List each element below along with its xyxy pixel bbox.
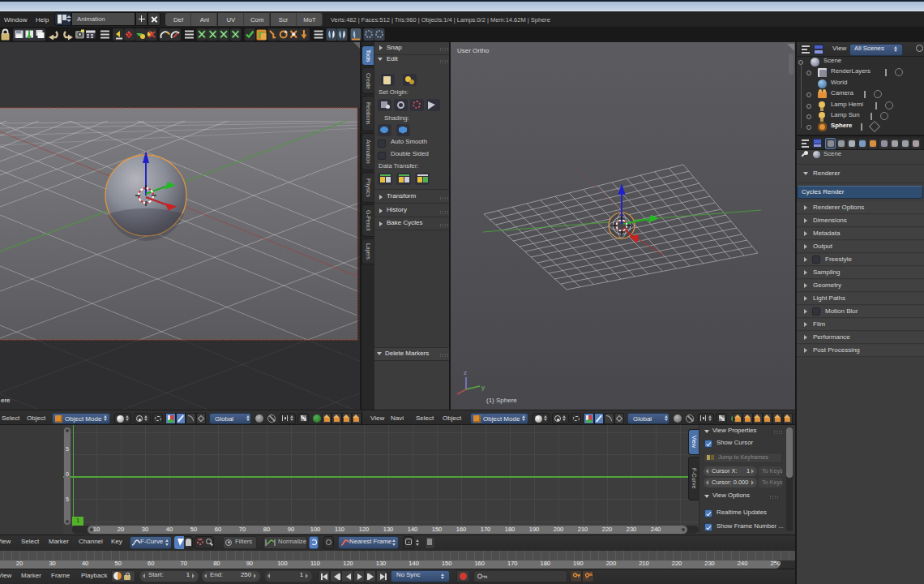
svg-text:User Ortho: User Ortho (457, 47, 490, 54)
svg-text:(1) Sphere: (1) Sphere (486, 397, 517, 404)
svg-text:y: y (481, 384, 485, 391)
svg-text:z: z (464, 369, 467, 376)
svg-text:ere: ere (1, 397, 11, 404)
